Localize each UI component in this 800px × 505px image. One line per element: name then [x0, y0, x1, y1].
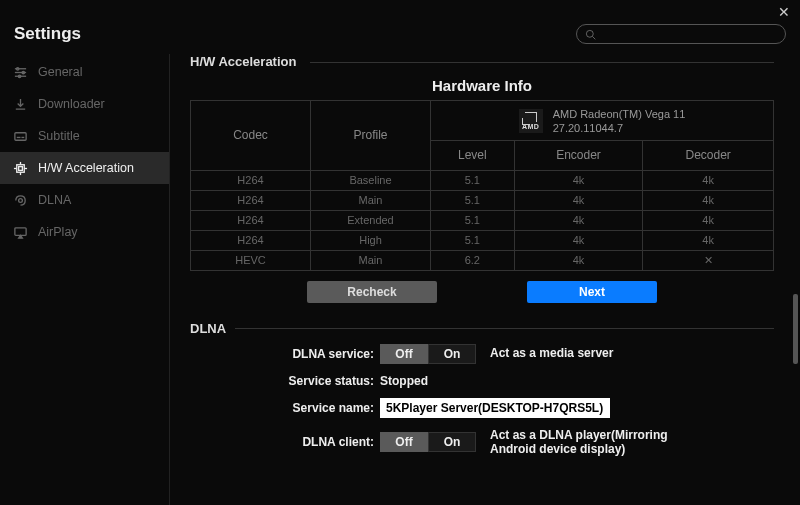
hardware-info-heading: Hardware Info [190, 77, 774, 94]
sidebar-item-label: Subtitle [38, 129, 80, 143]
cell-profile: High [311, 230, 431, 250]
sidebar-item-subtitle[interactable]: Subtitle [0, 120, 169, 152]
cell-encoder: 4k [514, 190, 643, 210]
dlna-icon [12, 192, 28, 208]
svg-rect-8 [14, 132, 25, 140]
dlna-status-label: Service status: [280, 374, 380, 388]
sliders-icon [12, 64, 28, 80]
dlna-client-off[interactable]: Off [380, 432, 428, 452]
cell-level: 5.1 [431, 230, 515, 250]
dlna-name-label: Service name: [280, 401, 380, 415]
subtitle-icon [12, 128, 28, 144]
cell-level: 5.1 [431, 190, 515, 210]
download-icon [12, 96, 28, 112]
table-row: H264High5.14k4k [191, 230, 774, 250]
cell-codec: H264 [191, 210, 311, 230]
svg-rect-12 [18, 166, 22, 170]
chip-icon [12, 160, 28, 176]
hardware-info-table: Codec Profile AMD AMD Radeon(TM) Vega 11… [190, 100, 774, 271]
dlna-client-toggle[interactable]: Off On [380, 432, 476, 452]
sidebar-item-label: AirPlay [38, 225, 78, 239]
cell-decoder: ✕ [643, 250, 774, 270]
dlna-service-desc: Act as a media server [490, 346, 613, 360]
cell-profile: Extended [311, 210, 431, 230]
dlna-client-label: DLNA client: [280, 435, 380, 449]
sidebar-item-downloader[interactable]: Downloader [0, 88, 169, 120]
col-profile: Profile [311, 101, 431, 171]
col-codec: Codec [191, 101, 311, 171]
service-name-input[interactable] [380, 398, 610, 418]
sidebar-item-hw-acceleration[interactable]: H/W Acceleration [0, 152, 169, 184]
next-button[interactable]: Next [527, 281, 657, 303]
section-dlna-title: DLNA [190, 321, 774, 336]
cell-codec: H264 [191, 170, 311, 190]
sidebar-item-label: DLNA [38, 193, 71, 207]
dlna-service-on[interactable]: On [428, 344, 476, 364]
cell-profile: Baseline [311, 170, 431, 190]
table-row: H264Baseline5.14k4k [191, 170, 774, 190]
cell-codec: H264 [191, 230, 311, 250]
dlna-service-label: DLNA service: [280, 347, 380, 361]
dlna-status-value: Stopped [380, 374, 428, 388]
sidebar-item-label: H/W Acceleration [38, 161, 134, 175]
scrollbar-thumb[interactable] [793, 294, 798, 364]
svg-rect-11 [16, 164, 24, 172]
sidebar-item-general[interactable]: General [0, 56, 169, 88]
amd-logo-icon: AMD [519, 109, 543, 133]
sidebar-item-airplay[interactable]: AirPlay [0, 216, 169, 248]
sidebar-item-dlna[interactable]: DLNA [0, 184, 169, 216]
cell-decoder: 4k [643, 210, 774, 230]
svg-line-1 [593, 36, 596, 39]
cell-profile: Main [311, 250, 431, 270]
gpu-version: 27.20.11044.7 [553, 121, 686, 135]
cell-decoder: 4k [643, 230, 774, 250]
dlna-client-on[interactable]: On [428, 432, 476, 452]
cell-encoder: 4k [514, 210, 643, 230]
main-panel: H/W Acceleration Hardware Info Codec Pro… [170, 54, 800, 505]
table-row: H264Main5.14k4k [191, 190, 774, 210]
cell-profile: Main [311, 190, 431, 210]
cell-encoder: 4k [514, 250, 643, 270]
recheck-button[interactable]: Recheck [307, 281, 437, 303]
gpu-name: AMD Radeon(TM) Vega 11 [553, 107, 686, 121]
airplay-icon [12, 224, 28, 240]
cell-decoder: 4k [643, 170, 774, 190]
cell-level: 5.1 [431, 170, 515, 190]
col-level: Level [431, 140, 515, 170]
table-row: H264Extended5.14k4k [191, 210, 774, 230]
dlna-service-off[interactable]: Off [380, 344, 428, 364]
col-decoder: Decoder [643, 140, 774, 170]
cell-encoder: 4k [514, 230, 643, 250]
gpu-header: AMD AMD Radeon(TM) Vega 11 27.20.11044.7 [431, 101, 774, 141]
dlna-client-desc: Act as a DLNA player(Mirroring Android d… [490, 428, 668, 457]
cell-level: 5.1 [431, 210, 515, 230]
svg-point-0 [586, 30, 593, 37]
dlna-service-toggle[interactable]: Off On [380, 344, 476, 364]
search-icon [585, 29, 596, 40]
svg-point-17 [18, 198, 22, 202]
table-row: HEVCMain6.24k✕ [191, 250, 774, 270]
cell-codec: H264 [191, 190, 311, 210]
section-hw-title: H/W Acceleration [190, 54, 774, 69]
cell-codec: HEVC [191, 250, 311, 270]
sidebar: General Downloader Subtitle H/W Accelera… [0, 54, 170, 505]
cell-level: 6.2 [431, 250, 515, 270]
close-icon[interactable]: ✕ [778, 4, 790, 20]
col-encoder: Encoder [514, 140, 643, 170]
page-title: Settings [14, 24, 81, 44]
sidebar-item-label: Downloader [38, 97, 105, 111]
cell-encoder: 4k [514, 170, 643, 190]
cell-decoder: 4k [643, 190, 774, 210]
search-input[interactable] [576, 24, 786, 44]
sidebar-item-label: General [38, 65, 82, 79]
